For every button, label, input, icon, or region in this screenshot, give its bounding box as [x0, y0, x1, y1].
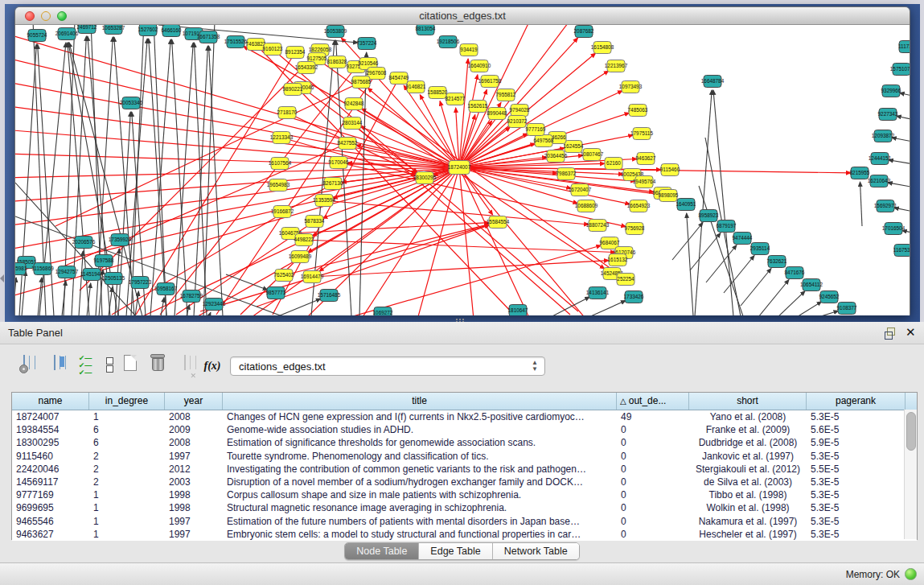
- table-row[interactable]: 946362711997Embryonic stem cells: a mode…: [12, 528, 917, 541]
- tab-network-table[interactable]: Network Table: [493, 543, 579, 559]
- table-cell[interactable]: 9777169: [12, 488, 89, 501]
- network-view[interactable]: 1872400774638229160123891235418226058912…: [15, 25, 910, 315]
- table-cell[interactable]: 5.3E-5: [807, 410, 906, 423]
- memory-ok-icon[interactable]: [905, 568, 917, 580]
- row-height-icon[interactable]: [98, 356, 121, 381]
- table-cell[interactable]: 1: [89, 488, 165, 501]
- table-cell[interactable]: 2: [89, 476, 165, 488]
- table-cell[interactable]: Nakamura et al. (1997): [689, 515, 807, 528]
- table-cell[interactable]: Estimation of the future numbers of pati…: [223, 515, 617, 528]
- table-cell[interactable]: Stergiakouli et al. (2012): [689, 463, 807, 476]
- table-cell[interactable]: 5.3E-5: [807, 501, 906, 514]
- table-cell[interactable]: 0: [617, 423, 689, 436]
- table-cell[interactable]: 5.9E-5: [807, 436, 906, 449]
- table-cell[interactable]: 2: [89, 463, 165, 476]
- table-cell[interactable]: 6: [89, 436, 165, 449]
- table-cell[interactable]: 18300295: [12, 436, 89, 449]
- table-cell[interactable]: 9465546: [12, 515, 89, 528]
- table-row[interactable]: 977716911998Corpus callosum shape and si…: [12, 488, 917, 501]
- table-cell[interactable]: 0: [617, 515, 689, 528]
- table-cell[interactable]: 2: [89, 450, 165, 463]
- tab-node-table[interactable]: Node Table: [345, 543, 419, 559]
- table-cell[interactable]: 9699695: [12, 501, 89, 514]
- table-cell[interactable]: 18724007: [12, 410, 89, 423]
- table-row[interactable]: 2242004622012Investigating the contribut…: [12, 463, 917, 476]
- table-cell[interactable]: 5.3E-5: [807, 450, 906, 463]
- table-cell[interactable]: Jankovic et al. (1997): [689, 450, 807, 463]
- table-cell[interactable]: 0: [617, 528, 689, 541]
- table-cell[interactable]: Genome-wide association studies in ADHD.: [223, 423, 617, 436]
- table-cell[interactable]: 1: [89, 501, 165, 514]
- table-cell[interactable]: Disruption of a novel member of a sodium…: [223, 476, 617, 488]
- column-header-name[interactable]: name: [12, 393, 89, 410]
- table-cell[interactable]: 5.3E-5: [807, 476, 906, 488]
- network-canvas[interactable]: 1872400774638229160123891235418226058912…: [15, 25, 910, 315]
- tab-edge-table[interactable]: Edge Table: [419, 543, 492, 559]
- panel-divider-grip[interactable]: [456, 319, 458, 320]
- column-header-pagerank[interactable]: pagerank: [807, 393, 906, 410]
- table-scrollbar[interactable]: [904, 410, 917, 539]
- table-cell[interactable]: 2008: [165, 410, 223, 423]
- table-cell[interactable]: 0: [617, 488, 689, 501]
- table-row[interactable]: 1938455462009Genome-wide association stu…: [12, 423, 917, 436]
- table-cell[interactable]: 5.5E-5: [807, 463, 906, 476]
- table-cell[interactable]: 2012: [165, 463, 223, 476]
- delete-icon[interactable]: [146, 354, 169, 378]
- table-cell[interactable]: Yano et al. (2008): [689, 410, 807, 423]
- column-header-short[interactable]: short: [689, 393, 807, 410]
- table-cell[interactable]: Structural magnetic resonance image aver…: [223, 501, 617, 514]
- table-row[interactable]: 911546021997Tourette syndrome. Phenomeno…: [12, 450, 917, 463]
- table-row[interactable]: 1830029562008Estimation of significance …: [12, 436, 917, 449]
- table-cell[interactable]: 6: [89, 423, 165, 436]
- table-cell[interactable]: 2009: [165, 423, 223, 436]
- collapse-left-icon[interactable]: [0, 274, 4, 282]
- close-window-icon[interactable]: [25, 11, 35, 21]
- table-cell[interactable]: 1: [89, 515, 165, 528]
- table-cell[interactable]: de Silva et al. (2003): [689, 476, 807, 488]
- close-panel-icon[interactable]: ✕: [906, 325, 916, 340]
- table-cell[interactable]: 0: [617, 476, 689, 488]
- table-row[interactable]: 946554611997Estimation of the future num…: [12, 515, 917, 528]
- column-header-out_de[interactable]: △out_de...: [617, 393, 689, 410]
- table-cell[interactable]: 5.3E-5: [807, 515, 906, 528]
- table-cell[interactable]: Wolkin et al. (1998): [689, 501, 807, 514]
- table-cell[interactable]: 0: [617, 501, 689, 514]
- column-header-title[interactable]: title: [223, 393, 617, 410]
- table-cell[interactable]: 1: [89, 410, 165, 423]
- table-selector-dropdown[interactable]: citations_edges.txt ▲▼: [230, 356, 545, 376]
- column-header-in_degree[interactable]: in_degree: [89, 393, 165, 410]
- table-cell[interactable]: 2003: [165, 476, 223, 488]
- float-panel-icon[interactable]: [885, 328, 895, 338]
- function-builder-icon[interactable]: f(x): [201, 358, 224, 382]
- table-cell[interactable]: 0: [617, 450, 689, 463]
- table-cell[interactable]: Embryonic stem cells: a model to study s…: [223, 528, 617, 541]
- zoom-window-icon[interactable]: [57, 11, 67, 21]
- select-all-checks-icon[interactable]: ✔—✔—✔—: [74, 355, 97, 379]
- window-titlebar[interactable]: citations_edges.txt: [15, 7, 910, 25]
- table-cell[interactable]: Franke et al. (2009): [689, 423, 807, 436]
- table-cell[interactable]: 5.3E-5: [807, 488, 906, 501]
- table-cell[interactable]: 0: [617, 436, 689, 449]
- select-columns-icon[interactable]: [43, 356, 66, 380]
- table-row[interactable]: 969969511998Structural magnetic resonanc…: [12, 501, 917, 514]
- table-cell[interactable]: 49: [617, 410, 689, 423]
- table-cell[interactable]: 1998: [165, 488, 223, 501]
- table-cell[interactable]: Corpus callosum shape and size in male p…: [223, 488, 617, 501]
- table-row[interactable]: 1872400712008Changes of HCN gene express…: [12, 410, 917, 423]
- table-cell[interactable]: 1997: [165, 528, 223, 541]
- table-cell[interactable]: Estimation of significance thresholds fo…: [223, 436, 617, 449]
- table-cell[interactable]: 5.3E-5: [807, 528, 906, 541]
- table-cell[interactable]: 1997: [165, 450, 223, 463]
- table-cell[interactable]: Hescheler et al. (1997): [689, 528, 807, 541]
- table-settings-icon[interactable]: [13, 356, 35, 380]
- table-cell[interactable]: Investigating the contribution of common…: [223, 463, 617, 476]
- table-cell[interactable]: 1: [89, 528, 165, 541]
- table-cell[interactable]: Changes of HCN gene expression and I(f) …: [223, 410, 617, 423]
- new-document-icon[interactable]: [119, 355, 142, 379]
- scrollbar-thumb[interactable]: [906, 412, 916, 451]
- table-cell[interactable]: Tourette syndrome. Phenomenology and cla…: [223, 450, 617, 463]
- table-cell[interactable]: 1998: [165, 501, 223, 514]
- column-header-year[interactable]: year: [165, 393, 223, 410]
- minimize-window-icon[interactable]: [41, 11, 51, 21]
- table-cell[interactable]: 0: [617, 463, 689, 476]
